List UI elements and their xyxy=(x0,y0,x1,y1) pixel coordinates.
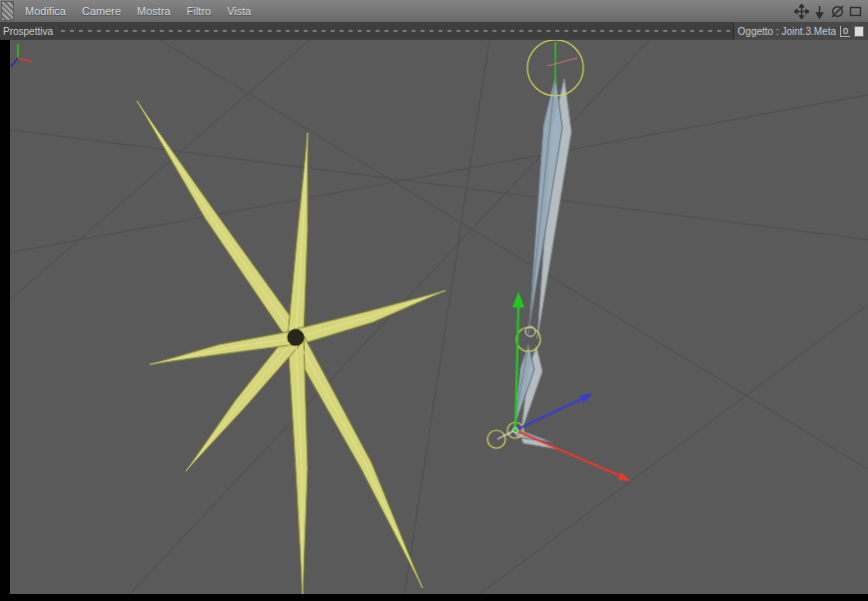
axis-x-handle[interactable] xyxy=(515,430,631,481)
maximize-icon[interactable] xyxy=(847,3,863,19)
spline-star-object[interactable] xyxy=(137,101,445,594)
menu-item-modifica[interactable]: Modifica xyxy=(19,3,72,19)
viewport-canvas[interactable] xyxy=(10,40,868,594)
menu-item-camere[interactable]: Camere xyxy=(76,3,127,19)
grid-lines xyxy=(10,40,868,594)
menu-item-vista[interactable]: Vista xyxy=(221,3,257,19)
object-info-box: Oggetto : Joint.3.Meta 0 xyxy=(733,22,868,40)
application-window: Modifica Camere Mostra Filtro Vista xyxy=(0,0,868,601)
layer-badge: 0 xyxy=(840,26,850,37)
menu-bar: Modifica Camere Mostra Filtro Vista xyxy=(0,0,868,23)
scene-canvas[interactable] xyxy=(10,40,868,594)
menu-item-mostra[interactable]: Mostra xyxy=(131,3,177,19)
menu-grip-handle[interactable] xyxy=(1,1,14,21)
root-joint-axis xyxy=(547,42,577,84)
viewbar-corner-button[interactable] xyxy=(854,26,864,37)
world-axis-icon xyxy=(11,44,32,67)
object-info-text: Oggetto : Joint.3.Meta xyxy=(738,26,836,37)
viewport-title-bar: Prospettiva Oggetto : Joint.3.Meta 0 xyxy=(0,22,868,41)
viewbar-dashed-divider xyxy=(61,30,731,32)
pan-icon[interactable] xyxy=(793,3,809,19)
gizmo-origin-dot[interactable] xyxy=(513,428,518,433)
viewport-nav-icons xyxy=(793,3,863,19)
joint-chain-object[interactable] xyxy=(487,40,583,449)
menu-item-filtro[interactable]: Filtro xyxy=(181,3,217,19)
dolly-icon[interactable] xyxy=(811,3,827,19)
view-label: Prospettiva xyxy=(0,26,59,37)
viewport-frame xyxy=(0,40,868,601)
rotate-icon[interactable] xyxy=(829,3,845,19)
